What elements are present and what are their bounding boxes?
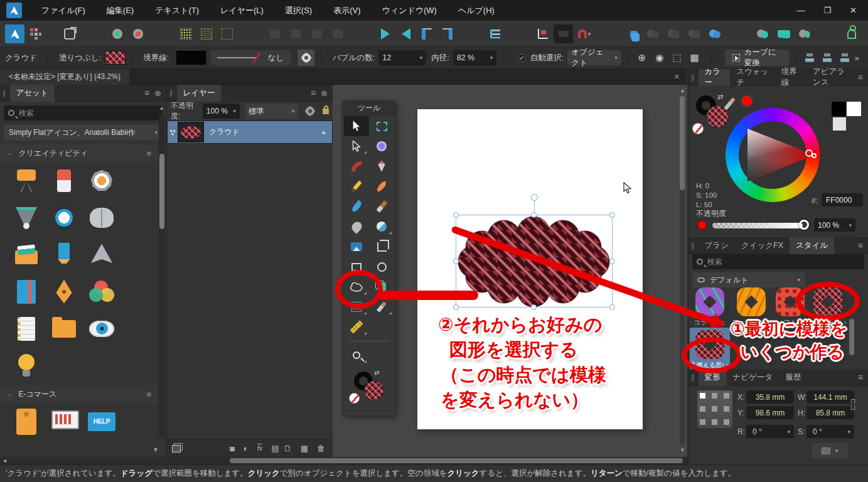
selection-handle-w[interactable]	[453, 259, 459, 264]
node-tool[interactable]	[344, 136, 369, 156]
tab-transform[interactable]: 変形	[699, 369, 727, 386]
style-item-phoenix[interactable]: フェニックス	[731, 287, 771, 327]
style-item-moeru-2-selected[interactable]: 2 燃える思い	[690, 328, 730, 372]
show-snapping-crosshair-button[interactable]: ⊕	[635, 50, 650, 66]
menu-view[interactable]: 表示(V)	[323, 5, 371, 16]
asset-item[interactable]	[8, 403, 45, 440]
text-tool[interactable]: A	[344, 297, 369, 317]
convert-to-curves-button[interactable]: カーブに変換	[725, 50, 788, 66]
chevron-down-icon[interactable]: ▾	[415, 55, 423, 61]
collapse-chevron-icon[interactable]: ⌄	[8, 150, 13, 156]
move-tool[interactable]	[344, 116, 369, 136]
snapping-magnet-button[interactable]: ▾	[574, 24, 594, 43]
layer-row-cloud[interactable]: ●●● クラウド ●	[167, 120, 333, 144]
triangle-marker[interactable]	[812, 153, 817, 158]
panel-grip-icon[interactable]: ∥	[691, 242, 695, 250]
asset-item[interactable]	[45, 273, 83, 310]
section-ecommerce[interactable]: ⌄ E-コマース ≡	[0, 385, 158, 403]
asset-item[interactable]	[83, 310, 121, 347]
pencil-tool[interactable]	[344, 176, 369, 196]
rectangle-tool[interactable]	[344, 257, 369, 277]
layer-drag-handle[interactable]: ●●●	[168, 129, 178, 136]
chevron-down-icon[interactable]: ▾	[485, 55, 493, 61]
stroke-color-swatch[interactable]	[176, 51, 206, 65]
asset-item[interactable]	[8, 310, 45, 347]
insert-toggle-button[interactable]	[705, 24, 725, 43]
layer-name[interactable]: クラウド	[209, 127, 240, 137]
alignment-button[interactable]	[485, 24, 505, 43]
opacity-slider-knob[interactable]	[799, 220, 809, 230]
asset-item[interactable]	[45, 310, 83, 347]
section-menu-icon[interactable]: ≡	[146, 149, 158, 158]
asset-item[interactable]	[83, 236, 121, 273]
account-button[interactable]	[842, 24, 862, 43]
panel-grip-icon[interactable]: ∥	[169, 89, 173, 97]
layers-close-icon[interactable]: ⊗	[321, 88, 333, 98]
selection-handle-n[interactable]	[531, 212, 537, 218]
style-item-collage[interactable]: コラージュ	[690, 287, 730, 327]
swap-fill-stroke-icon[interactable]: ⇄	[374, 369, 379, 376]
w-field[interactable]: 144.1 mm	[806, 390, 854, 404]
layer-stack-icon[interactable]	[172, 445, 181, 453]
selection-handle-nw[interactable]	[453, 212, 459, 218]
insert-slot-3-button[interactable]	[307, 24, 326, 43]
collapse-chevron-icon[interactable]: ⌄	[8, 391, 13, 397]
paint-brush-tool[interactable]	[344, 196, 369, 217]
chevron-down-icon[interactable]: ▾	[849, 222, 852, 228]
section-creativity[interactable]: ⌄ クリエイティビティ ≡	[0, 144, 158, 162]
canvas-scroll-thumb[interactable]	[680, 96, 685, 190]
dim-slot-button[interactable]	[554, 24, 573, 43]
insert-add-button[interactable]	[622, 24, 641, 43]
blend-mode-dropdown[interactable]: 標準 ▾	[245, 104, 298, 119]
insert-slot-1-button[interactable]	[265, 24, 285, 43]
horizontal-scroll-thumb[interactable]	[230, 458, 683, 463]
autoselect-dropdown[interactable]: オブジェクト ▾	[567, 50, 621, 65]
fill-stroke-selector[interactable]: ⇄	[343, 369, 395, 409]
opacity-slider[interactable]	[712, 223, 803, 228]
fill-gradient-tool[interactable]	[344, 217, 369, 237]
menu-text[interactable]: テキスト(T)	[144, 5, 210, 16]
rotate-cw-button[interactable]	[437, 24, 457, 43]
layers-menu-icon[interactable]: ≡	[311, 88, 321, 98]
mask-layer-button[interactable]: ◙	[230, 444, 235, 453]
link-dimensions-icon[interactable]: ⊓⊔	[850, 398, 856, 410]
black-white-selector[interactable]	[832, 102, 863, 132]
no-color-chip[interactable]	[692, 123, 704, 134]
asset-item[interactable]	[8, 440, 45, 457]
tools-palette-title[interactable]: ツール	[343, 101, 395, 116]
chevron-down-icon[interactable]: ▾	[835, 447, 839, 454]
asset-set-selector[interactable]: Simply Flatアイコン、Anatolli Babii作 ▾	[4, 124, 163, 141]
guides-button[interactable]	[533, 24, 552, 43]
insert-inside-button[interactable]	[643, 24, 662, 43]
tab-history[interactable]: 履歴	[779, 369, 807, 386]
chevron-down-icon[interactable]: ▾	[228, 108, 237, 114]
tab-navigator[interactable]: ナビゲータ	[727, 369, 780, 386]
snap-grid-toggle-button[interactable]: ▦	[687, 50, 702, 66]
styles-scroll-thumb[interactable]	[849, 319, 854, 355]
canvas-area[interactable]: ツール A	[333, 85, 687, 457]
boolean-subtract-button[interactable]	[774, 24, 793, 43]
snap-shape-button[interactable]	[218, 24, 237, 43]
asset-item[interactable]	[45, 162, 83, 199]
selection-handle-se[interactable]	[609, 304, 615, 310]
asset-item[interactable]	[8, 347, 45, 384]
canvas-horizontal-scrollbar[interactable]: ◄	[0, 457, 688, 464]
styles-search-input[interactable]	[707, 257, 860, 266]
assets-close-icon[interactable]: ⊗	[154, 88, 166, 98]
stroke-style-selector[interactable]: なし	[211, 50, 291, 65]
style-item-halftone[interactable]: ハーフトーン	[770, 287, 810, 327]
transform-mode-button[interactable]: ▾	[812, 443, 848, 458]
layer-visibility-dot[interactable]: ●	[321, 129, 326, 136]
asset-item[interactable]	[45, 440, 83, 457]
selection-handle-sw[interactable]	[453, 304, 459, 310]
styles-search[interactable]	[692, 254, 864, 269]
rotation-handle[interactable]	[531, 194, 538, 201]
asset-item[interactable]	[83, 199, 121, 236]
blend-options-button[interactable]: ▤	[271, 444, 279, 453]
styles-menu-icon[interactable]: ≡	[858, 240, 868, 250]
zoom-tool[interactable]	[344, 345, 369, 365]
bubble-count-field[interactable]: 12 ▾	[378, 50, 426, 65]
color-opacity-field[interactable]: 100 % ▾	[814, 218, 855, 232]
document-close-icon[interactable]: ✕	[674, 73, 686, 81]
menu-edit[interactable]: 編集(E)	[96, 5, 144, 16]
